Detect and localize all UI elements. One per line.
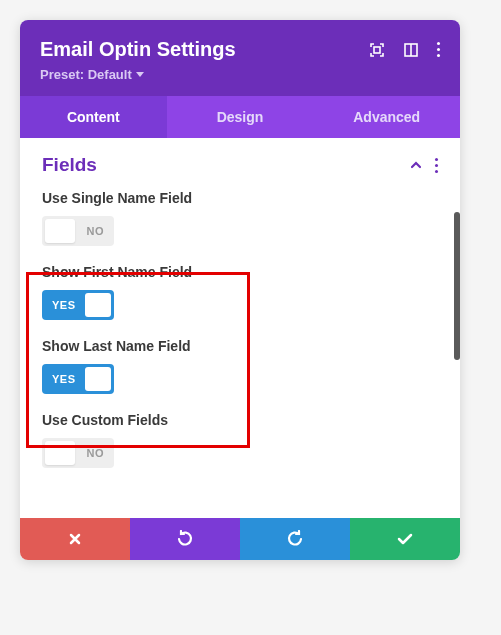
toggle-use-single-name[interactable]: NO (42, 216, 114, 246)
section-header: Fields (42, 154, 438, 176)
field-label: Show First Name Field (42, 264, 438, 280)
layout-icon[interactable] (403, 42, 419, 58)
collapse-icon[interactable] (409, 158, 423, 172)
toggle-knob (45, 441, 75, 465)
section-title: Fields (42, 154, 97, 176)
toggle-use-custom[interactable]: NO (42, 438, 114, 468)
svg-rect-0 (374, 47, 380, 53)
field-use-single-name: Use Single Name Field NO (42, 190, 438, 246)
field-label: Show Last Name Field (42, 338, 438, 354)
panel-header: Email Optin Settings (20, 20, 460, 96)
toggle-state: NO (87, 225, 105, 237)
undo-icon (176, 530, 194, 548)
field-label: Use Custom Fields (42, 412, 438, 428)
toggle-state: YES (52, 373, 76, 385)
field-show-last-name: Show Last Name Field YES (42, 338, 438, 394)
redo-button[interactable] (240, 518, 350, 560)
more-icon[interactable] (437, 42, 440, 57)
field-show-first-name: Show First Name Field YES (42, 264, 438, 320)
tab-bar: Content Design Advanced (20, 96, 460, 138)
field-label: Use Single Name Field (42, 190, 438, 206)
tab-content[interactable]: Content (20, 96, 167, 138)
toggle-knob (85, 293, 111, 317)
check-icon (396, 530, 414, 548)
caret-down-icon (136, 72, 144, 77)
toggle-show-first-name[interactable]: YES (42, 290, 114, 320)
panel-content: Fields Use Single Name Field NO Show Fi (20, 138, 460, 518)
undo-button[interactable] (130, 518, 240, 560)
toggle-state: YES (52, 299, 76, 311)
field-use-custom: Use Custom Fields NO (42, 412, 438, 468)
tab-design[interactable]: Design (167, 96, 314, 138)
preset-selector[interactable]: Preset: Default (40, 67, 440, 82)
section-more-icon[interactable] (435, 158, 438, 173)
scrollbar[interactable] (454, 212, 460, 360)
panel-title: Email Optin Settings (40, 38, 236, 61)
toggle-knob (45, 219, 75, 243)
toggle-show-last-name[interactable]: YES (42, 364, 114, 394)
expand-icon[interactable] (369, 42, 385, 58)
toggle-knob (85, 367, 111, 391)
tab-advanced[interactable]: Advanced (313, 96, 460, 138)
panel-footer (20, 518, 460, 560)
redo-icon (286, 530, 304, 548)
cancel-button[interactable] (20, 518, 130, 560)
toggle-state: NO (87, 447, 105, 459)
save-button[interactable] (350, 518, 460, 560)
preset-label: Preset: Default (40, 67, 132, 82)
settings-panel: Email Optin Settings (20, 20, 460, 560)
close-icon (67, 531, 83, 547)
